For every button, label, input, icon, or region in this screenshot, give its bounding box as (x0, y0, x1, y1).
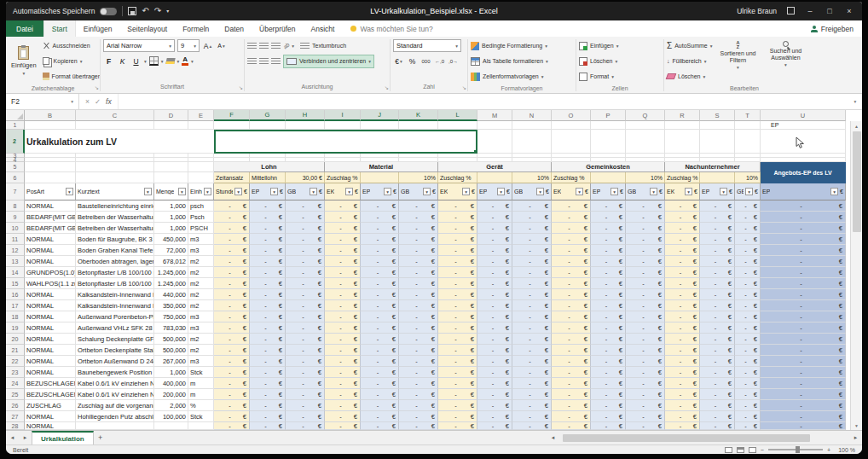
cell-I6[interactable]: Zuschlag % (325, 172, 361, 183)
copy-button[interactable]: Kopieren▾ (43, 54, 100, 68)
cell-P20[interactable]: -€ (591, 334, 626, 345)
column-header-S[interactable]: S (700, 110, 735, 121)
cell-J22[interactable]: -€ (361, 356, 399, 367)
cell-U17[interactable]: -€ (761, 300, 846, 311)
orientation-dropdown-icon[interactable]: ▾ (292, 44, 294, 49)
cell-kurztext-18[interactable]: Außenwand Porenbeton-Planele (76, 311, 154, 322)
cell-F13[interactable]: -€ (214, 256, 250, 267)
cell-kurztext-21[interactable]: Ortbeton Deckenplatte Stahlbet (76, 345, 154, 356)
cell-L17[interactable]: -€ (438, 300, 477, 311)
cell-S11[interactable]: -€ (700, 234, 735, 245)
cell-G24[interactable]: -€ (250, 378, 286, 389)
row-header-20[interactable]: 20 (6, 334, 25, 345)
group-header-U[interactable]: Angebots-EP des LV (761, 162, 846, 183)
cell-K6[interactable]: 10% (399, 172, 438, 183)
column-header-D[interactable]: D (154, 110, 188, 121)
cell-P15[interactable]: -€ (591, 278, 626, 289)
cell-M19[interactable]: -€ (477, 322, 512, 334)
filter-header-J[interactable]: EP▾€ (361, 183, 399, 200)
cell-J15[interactable]: -€ (361, 278, 399, 289)
cell-posart-24[interactable]: BEZUSCHLAGEN (25, 378, 76, 389)
cell-E6[interactable] (188, 172, 214, 183)
cell-T14[interactable]: -€ (735, 267, 761, 278)
cell-R27[interactable]: -€ (665, 411, 700, 422)
cell-I22[interactable]: -€ (325, 356, 361, 367)
cell-kurztext-28[interactable] (76, 422, 154, 430)
orientation-icon[interactable]: ab (282, 41, 291, 49)
decrease-decimal-button[interactable]: ,0→ (448, 55, 459, 67)
cell-R16[interactable]: -€ (665, 289, 700, 300)
cell-O20[interactable]: -€ (552, 334, 591, 345)
filter-dropdown-icon[interactable]: ▾ (144, 188, 152, 195)
cell-N11[interactable]: -€ (512, 234, 552, 245)
minimize-button[interactable]: – (804, 7, 816, 15)
row-header-13[interactable]: 13 (6, 256, 25, 267)
cell-posart-14[interactable]: GRUNDPOS(1.0) (25, 267, 76, 278)
cell-M25[interactable]: -€ (477, 389, 512, 400)
cell-einheit-18[interactable]: m3 (188, 311, 214, 322)
sheet-tab-urkalkulation[interactable]: Urkalkulation (32, 431, 94, 444)
cell-F27[interactable]: -€ (214, 411, 250, 422)
cell-kurztext-26[interactable]: Zuschlag auf die vorgenannten I (76, 400, 154, 411)
cell-G1[interactable] (250, 121, 286, 130)
cell-styles-dropdown-icon[interactable]: ▾ (541, 74, 544, 79)
cell-F16[interactable]: -€ (214, 289, 250, 300)
cell-P2[interactable] (591, 130, 626, 154)
cell-O2[interactable] (552, 130, 591, 154)
cell-kurztext-20[interactable]: Schalung Deckenplatte GF-Sch (76, 334, 154, 345)
confirm-entry-icon[interactable]: ✓ (95, 97, 101, 106)
cell-R19[interactable]: -€ (665, 322, 700, 334)
cell-F19[interactable]: -€ (214, 322, 250, 334)
cell-Q18[interactable]: -€ (626, 311, 665, 322)
filter-header-Q[interactable]: GB▾€ (626, 183, 665, 200)
cell-M28[interactable]: -€ (477, 422, 512, 430)
cell-N1[interactable] (512, 121, 552, 130)
cell-L10[interactable]: -€ (438, 223, 477, 234)
cell-G11[interactable]: -€ (250, 234, 286, 245)
cell-I17[interactable]: -€ (325, 300, 361, 311)
filter-dropdown-icon[interactable]: ▾ (178, 188, 186, 195)
cell-Q2[interactable] (626, 130, 665, 154)
close-button[interactable]: × (843, 7, 855, 15)
cell-K15[interactable]: -€ (399, 278, 438, 289)
selection-fill-handle[interactable] (473, 149, 477, 154)
fill-dropdown-icon2[interactable]: ▾ (704, 59, 707, 64)
cell-menge-20[interactable]: 500,000 (154, 334, 188, 345)
cell-einheit-21[interactable]: m2 (188, 345, 214, 356)
cell-kurztext-15[interactable]: Betonpflaster L/B 100/100 mm (76, 278, 154, 289)
hscroll-left-icon[interactable]: ◂ (547, 431, 559, 444)
cell-I28[interactable]: -€ (325, 422, 361, 430)
cell-F1[interactable] (214, 121, 250, 130)
delete-dropdown-icon[interactable]: ▾ (615, 59, 617, 64)
column-header-G[interactable]: G (250, 110, 286, 121)
cell-O24[interactable]: -€ (552, 378, 591, 389)
filter-header-M[interactable]: EP▾€ (477, 183, 512, 200)
cell-einheit-9[interactable]: Psch (188, 212, 214, 223)
insert-function-icon[interactable]: fx (106, 97, 112, 106)
group-header-L[interactable]: Gerät (438, 162, 552, 172)
percent-format-button[interactable]: % (407, 55, 418, 67)
cell-S23[interactable]: -€ (700, 367, 735, 378)
paste-button[interactable]: Einfügen ▾ (9, 38, 39, 84)
cell-B5[interactable] (25, 162, 76, 172)
cell-M16[interactable]: -€ (477, 289, 512, 300)
cell-kurztext-24[interactable]: Kabel 0.6/1 kV einziehen NYY 3x (76, 378, 154, 389)
cell-S20[interactable]: -€ (700, 334, 735, 345)
cell-T18[interactable]: -€ (735, 311, 761, 322)
cell-P6[interactable] (591, 172, 626, 183)
cell-R21[interactable]: -€ (665, 345, 700, 356)
cell-P14[interactable]: -€ (591, 267, 626, 278)
filter-dropdown-icon[interactable]: ▾ (234, 188, 242, 195)
row-header-6[interactable]: 6 (6, 172, 25, 183)
cell-L1[interactable] (438, 121, 477, 130)
font-name-combo[interactable]: Arial Narrow▾ (103, 39, 175, 52)
cell-F26[interactable]: -€ (214, 400, 250, 411)
cell-M1[interactable] (477, 121, 512, 130)
cell-I18[interactable]: -€ (325, 311, 361, 322)
cell-F11[interactable]: -€ (214, 234, 250, 245)
cell-posart-13[interactable]: NORMAL (25, 256, 76, 267)
cell-I26[interactable]: -€ (325, 400, 361, 411)
cell-G28[interactable]: -€ (250, 422, 286, 430)
filter-header-S[interactable]: EP▾€ (700, 183, 735, 200)
cell-P13[interactable]: -€ (591, 256, 626, 267)
